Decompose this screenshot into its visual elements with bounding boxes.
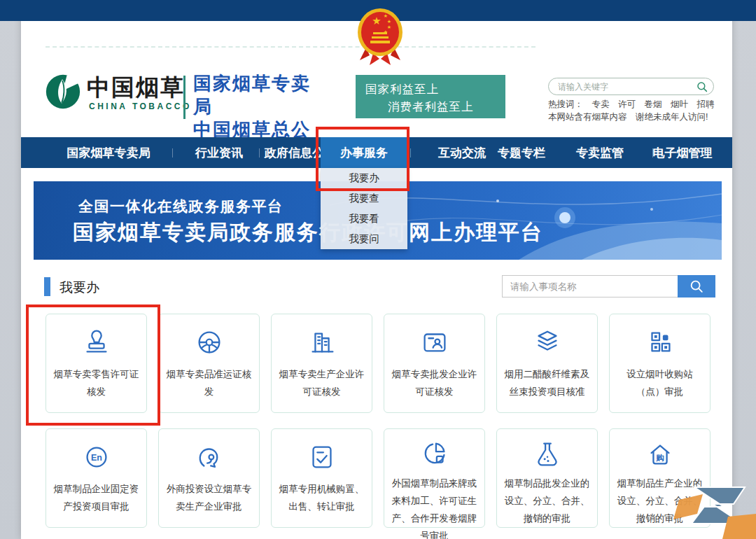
- svg-text:★: ★: [387, 19, 391, 24]
- svg-text:En: En: [91, 453, 102, 463]
- nav-item-monopoly-supervision[interactable]: 专卖监管: [554, 137, 645, 168]
- org-name-line1: 国家烟草专卖局: [193, 72, 319, 118]
- svg-text:★: ★: [387, 24, 391, 29]
- service-card-4[interactable]: 烟草专卖批发企业许可证核发: [384, 314, 485, 413]
- slogan-line1: 国家利益至上: [356, 80, 505, 98]
- service-card-6[interactable]: 设立烟叶收购站（点）审批: [609, 314, 710, 413]
- dropdown-item-i-want-to-ask[interactable]: 我要问: [321, 229, 407, 249]
- nav-item-home[interactable]: 国家烟草专卖局: [49, 137, 168, 168]
- banner-subtitle: 全国一体化在线政务服务平台: [78, 197, 284, 216]
- service-card-label: 烟草制品企业固定资产投资项目审批: [46, 480, 146, 515]
- pie-chart-icon: [419, 438, 451, 470]
- en-circle-icon: En: [80, 438, 113, 476]
- svg-text:★: ★: [372, 15, 381, 27]
- hot-word[interactable]: 烟叶: [671, 99, 688, 109]
- watermark-logo-icon: [666, 480, 756, 539]
- hot-word[interactable]: 卷烟: [644, 99, 662, 109]
- flask-icon: [531, 438, 564, 470]
- hot-word[interactable]: 许可: [618, 99, 636, 109]
- service-card-8[interactable]: 外商投资设立烟草专卖生产企业审批: [158, 428, 260, 528]
- slogan-banner: 国家利益至上 消费者利益至上: [356, 75, 505, 118]
- steering-wheel-icon: [193, 323, 225, 361]
- layers-icon: [531, 323, 564, 361]
- dropdown-item-i-want-to-view[interactable]: 我要看: [321, 209, 407, 229]
- factory-building-icon: [306, 323, 338, 361]
- section-title: 我要办: [59, 279, 99, 297]
- header-dashed-divider: [46, 46, 536, 48]
- highlight-box-retail-license-card: [26, 304, 160, 426]
- minor-access-notice: 本网站含有烟草内容 谢绝未成年人访问!: [548, 111, 708, 123]
- china-tobacco-leaf-logo-icon: [45, 74, 81, 110]
- nav-item-special-topics[interactable]: 专题专栏: [476, 137, 567, 168]
- brand-divider: [183, 76, 186, 119]
- service-card-7[interactable]: En 烟草制品企业固定资产投资项目审批: [46, 428, 147, 528]
- service-card-label: 烟草专卖批发企业许可证核发: [384, 365, 484, 400]
- service-card-5[interactable]: 烟用二醋酸纤维素及丝束投资项目核准: [496, 314, 598, 413]
- brand-name-cn: 中国烟草: [87, 72, 185, 104]
- dropdown-item-i-want-to-query[interactable]: 我要查: [321, 188, 407, 209]
- nav-item-ecigarette[interactable]: 电子烟管理: [637, 137, 728, 168]
- highlight-box-services-menu: [316, 127, 410, 191]
- hot-search-words: 热搜词： 专卖 许可 卷烟 烟叶 招聘: [548, 99, 720, 111]
- brand-name-en: CHINA TOBACCO: [89, 102, 192, 111]
- section-title-marker: [44, 277, 50, 296]
- service-card-label: 烟草专卖生产企业许可证核发: [272, 365, 372, 400]
- service-search-button[interactable]: [678, 275, 715, 298]
- service-card-label: 外国烟草制品来牌或来料加工、许可证生产、合作开发卷烟牌号审批: [384, 475, 484, 539]
- nav-item-industry-news[interactable]: 行业资讯: [181, 137, 258, 168]
- headset-person-icon: [193, 438, 225, 476]
- service-card-9[interactable]: 烟草专用机械购置、出售、转让审批: [271, 428, 372, 528]
- banner-title: 国家烟草专卖局政务服务行政许可网上办理平台: [73, 218, 543, 247]
- service-card-label: 烟草制品批发企业的设立、分立、合并、撤销的审批: [497, 475, 597, 527]
- search-icon: [689, 279, 704, 294]
- nav-separator: [172, 148, 173, 158]
- service-card-2[interactable]: 烟草专卖品准运证核发: [158, 314, 260, 413]
- service-card-label: 外商投资设立烟草专卖生产企业审批: [159, 480, 259, 515]
- site-search-input[interactable]: [549, 82, 695, 92]
- service-card-label: 烟草专卖品准运证核发: [159, 365, 259, 400]
- national-emblem-icon: ★ ★ ★ ★ ★: [354, 6, 407, 67]
- nav-separator: [410, 148, 411, 158]
- slogan-line2: 消费者利益至上: [356, 98, 505, 115]
- page: ★ ★ ★ ★ ★ 中国烟草 CHINA TOBACCO 国家烟草专卖局 中国烟…: [0, 0, 756, 539]
- service-card-10[interactable]: 外国烟草制品来牌或来料加工、许可证生产、合作开发卷烟牌号审批: [384, 428, 485, 528]
- id-card-icon: [419, 323, 451, 361]
- svg-text:购: 购: [655, 454, 664, 462]
- service-card-label: 设立烟叶收购站（点）审批: [610, 365, 710, 400]
- service-search-input[interactable]: [502, 275, 678, 298]
- search-icon[interactable]: [695, 80, 713, 93]
- document-check-icon: [306, 438, 338, 476]
- house-shop-icon: 购: [644, 438, 676, 470]
- service-card-label: 烟草专用机械购置、出售、转让审批: [272, 480, 372, 515]
- hot-words-label: 热搜词：: [548, 99, 583, 109]
- site-search: [548, 78, 714, 95]
- hot-word[interactable]: 招聘: [696, 99, 714, 109]
- nav-separator: [259, 148, 260, 158]
- svg-text:★: ★: [384, 13, 388, 18]
- hot-word[interactable]: 专卖: [592, 99, 609, 109]
- service-card-3[interactable]: 烟草专卖生产企业许可证核发: [271, 314, 372, 413]
- service-card-label: 烟用二醋酸纤维素及丝束投资项目核准: [497, 365, 597, 400]
- service-card-11[interactable]: 烟草制品批发企业的设立、分立、合并、撤销的审批: [496, 428, 598, 528]
- service-search: [502, 275, 715, 298]
- blocks-icon: [644, 323, 676, 361]
